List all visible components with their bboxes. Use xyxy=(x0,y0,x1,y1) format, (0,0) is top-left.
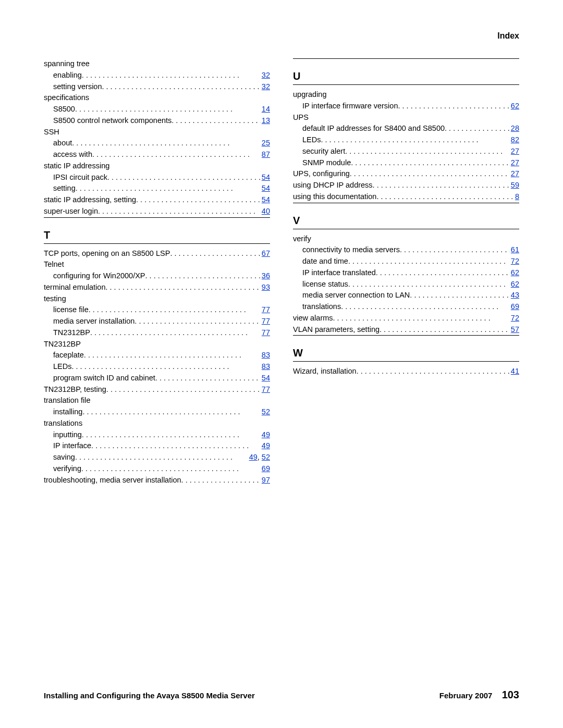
index-entry-label: terminal emulation xyxy=(44,282,105,293)
page-link[interactable]: 27 xyxy=(511,158,519,167)
page-link[interactable]: 82 xyxy=(511,135,519,144)
leader-dots xyxy=(400,244,510,256)
page-link[interactable]: 43 xyxy=(511,291,519,299)
leader-dots xyxy=(106,384,261,396)
page-link[interactable]: 77 xyxy=(262,305,270,314)
index-entry: IP interface translated62 xyxy=(293,267,519,279)
index-entry-label: IP interface translated xyxy=(302,267,376,279)
page-link[interactable]: 93 xyxy=(262,283,270,291)
index-entry: TN2312BP, testing77 xyxy=(44,384,270,396)
leader-dots xyxy=(445,123,510,134)
index-entry: specifications xyxy=(44,92,270,104)
page-link[interactable]: 54 xyxy=(262,195,270,204)
page-link[interactable]: 97 xyxy=(262,476,270,484)
page-link[interactable]: 69 xyxy=(511,302,519,311)
leader-dots xyxy=(90,327,261,339)
page-link[interactable]: 62 xyxy=(511,280,519,288)
page-link[interactable]: 52 xyxy=(262,453,270,461)
index-entry-pages: 77 xyxy=(262,384,270,396)
page-link[interactable]: 52 xyxy=(262,408,270,416)
page-link[interactable]: 61 xyxy=(511,245,519,254)
index-entry-label: translations xyxy=(302,301,341,313)
page-link[interactable]: 32 xyxy=(262,71,270,79)
index-entry: security alert27 xyxy=(293,146,519,157)
page-link[interactable]: 57 xyxy=(511,325,519,334)
leader-dots xyxy=(351,157,510,169)
page-link[interactable]: 62 xyxy=(511,268,519,277)
leader-dots xyxy=(134,316,261,327)
leader-dots xyxy=(81,463,261,475)
index-entry-label: TN2312BP xyxy=(53,327,90,339)
leader-dots xyxy=(376,191,514,203)
page-link[interactable]: 49 xyxy=(262,441,270,450)
index-content: spanning treeenabling32setting version32… xyxy=(44,58,519,486)
page-link[interactable]: 28 xyxy=(511,124,519,132)
index-entry: SSH xyxy=(44,127,270,138)
page-link[interactable]: 36 xyxy=(262,272,270,280)
index-entry-pages: 67 xyxy=(262,248,270,260)
index-entry-label: UPS xyxy=(293,112,309,124)
index-entry-label: setting version xyxy=(53,81,102,93)
page-link[interactable]: 72 xyxy=(511,257,519,265)
leader-dots xyxy=(348,256,510,267)
index-entry-label: IP interface xyxy=(53,440,91,452)
page-link[interactable]: 77 xyxy=(262,328,270,337)
right-column: UupgradingIP interface firmware version6… xyxy=(293,58,519,486)
section-heading: U xyxy=(293,70,519,82)
index-entry-label: saving xyxy=(53,452,75,463)
page-link[interactable]: 49 xyxy=(262,430,270,439)
index-entry: upgrading xyxy=(293,89,519,101)
index-entry-label: default IP addresses for S8400 and S8500 xyxy=(302,123,445,134)
header-title: Index xyxy=(497,31,519,40)
index-entry-pages: 32 xyxy=(262,70,270,81)
page-link[interactable]: 8 xyxy=(515,192,519,201)
index-entry-label: view alarms xyxy=(293,313,333,324)
page-link[interactable]: 77 xyxy=(262,385,270,393)
index-entry-pages: 27 xyxy=(511,168,519,180)
page-link[interactable]: 27 xyxy=(511,147,519,155)
page-link[interactable]: 32 xyxy=(262,82,270,91)
page-link[interactable]: 83 xyxy=(262,362,270,371)
index-entry: IP interface49 xyxy=(44,440,270,452)
index-entry: TCP ports, opening on an S8500 LSP67 xyxy=(44,248,270,260)
page-link[interactable]: 87 xyxy=(262,150,270,158)
page-link[interactable]: 72 xyxy=(511,314,519,322)
page-link[interactable]: 69 xyxy=(262,464,270,473)
page-link[interactable]: 54 xyxy=(262,173,270,181)
index-entry-pages: 14 xyxy=(262,104,270,115)
page-link[interactable]: 83 xyxy=(262,351,270,359)
section-divider xyxy=(293,229,519,229)
index-entry-label: enabling xyxy=(53,70,82,81)
index-entry-pages: 52 xyxy=(262,406,270,418)
leader-dots xyxy=(345,146,510,157)
index-entry-pages: 72 xyxy=(511,256,519,267)
index-entry-label: security alert xyxy=(302,146,345,157)
section-divider xyxy=(293,335,519,336)
page-link[interactable]: 40 xyxy=(262,207,270,215)
page-link[interactable]: 49 xyxy=(249,453,258,461)
page-link[interactable]: 27 xyxy=(511,169,519,178)
leader-dots xyxy=(333,313,510,324)
index-entry-pages: 13 xyxy=(262,115,270,127)
index-entry: translations xyxy=(44,418,270,429)
page-link[interactable]: 25 xyxy=(262,139,270,147)
page-link[interactable]: 59 xyxy=(511,181,519,189)
leader-dots xyxy=(410,290,510,301)
page-link[interactable]: 14 xyxy=(262,105,270,113)
page-link[interactable]: 54 xyxy=(262,184,270,192)
leader-dots xyxy=(341,301,510,313)
index-entry-pages: 49 xyxy=(262,429,270,441)
page-link[interactable]: 41 xyxy=(511,367,519,375)
page-link[interactable]: 67 xyxy=(262,249,270,257)
page-link[interactable]: 62 xyxy=(511,102,519,110)
index-entry-label: using this documentation xyxy=(293,191,376,203)
index-entry: enabling32 xyxy=(44,70,270,81)
index-entry: setting version32 xyxy=(44,81,270,93)
leader-dots xyxy=(89,304,261,316)
page-link[interactable]: 54 xyxy=(262,374,270,382)
page-link[interactable]: 13 xyxy=(262,116,270,125)
index-entry-label: IPSI circuit pack xyxy=(53,172,107,183)
leader-dots xyxy=(105,282,260,293)
index-entry-pages: 83 xyxy=(262,350,270,361)
page-link[interactable]: 77 xyxy=(262,317,270,325)
